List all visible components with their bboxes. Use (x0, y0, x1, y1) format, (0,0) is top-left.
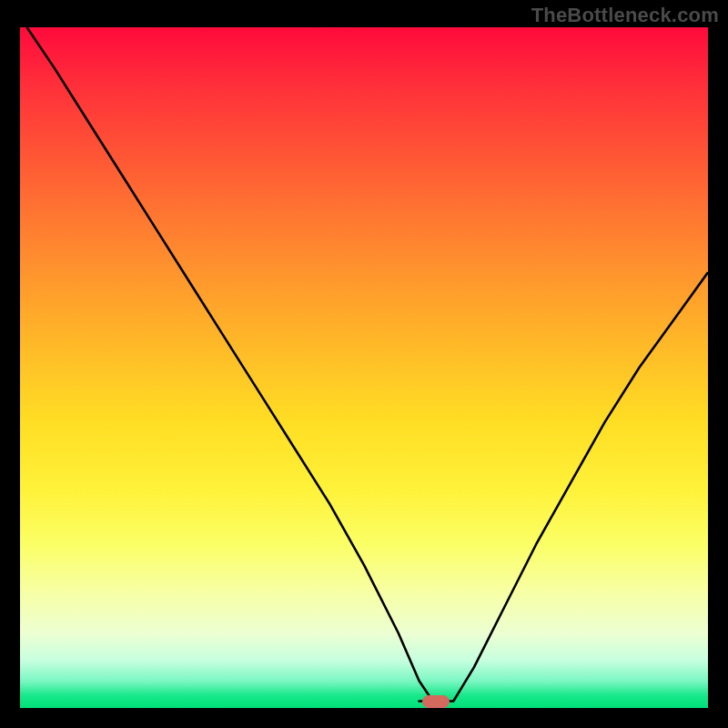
watermark-text: TheBottleneck.com (531, 4, 719, 27)
optimum-marker (422, 695, 450, 708)
plot-area (20, 27, 708, 708)
curve-path (27, 27, 708, 702)
bottleneck-curve (20, 27, 708, 708)
